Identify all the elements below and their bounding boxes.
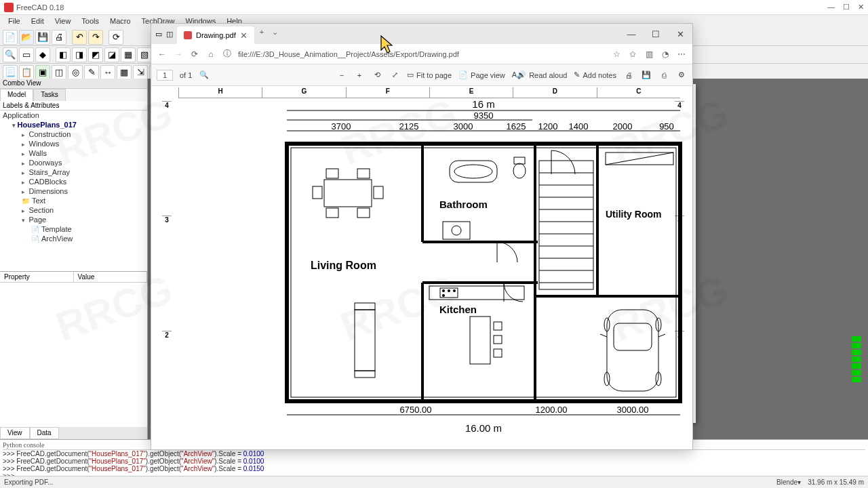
search-pdf-icon[interactable]: 🔍 [199,70,210,79]
tab-data[interactable]: Data [30,427,59,439]
svg-point-46 [453,289,456,292]
menu-view[interactable]: View [50,15,77,28]
read-aloud-button[interactable]: A🔊Read aloud [512,70,568,79]
menu-edit[interactable]: Edit [26,15,50,28]
export-icon[interactable]: ⇲ [133,65,148,80]
freecad-titlebar: FreeCAD 0.18 — ☐ ✕ [0,0,868,15]
url-field[interactable]: file:///E:/3D_House_Animation__Project/A… [238,50,606,58]
forward-icon[interactable]: → [173,49,184,59]
right-icon[interactable]: ◪ [104,47,119,62]
labels-header: Labels & Attributes [0,101,147,110]
model-tree[interactable]: Application HousePlans_017 Construction … [0,110,147,271]
tab-dropdown-icon[interactable]: ⌄ [269,24,281,44]
workbench-selector[interactable]: Blende▾ [776,479,801,486]
new-window-icon[interactable]: ◫ [166,30,173,39]
personal-tab-icon[interactable]: ▭ [155,30,162,39]
svg-rect-35 [355,371,375,378]
view-insert-icon[interactable]: ▣ [35,65,50,80]
fit-to-page-button[interactable]: ▭Fit to page [407,70,452,79]
draw-style-icon[interactable]: ◆ [35,47,50,62]
annotation-icon[interactable]: ✎ [84,65,99,80]
add-notes-button[interactable]: ✎Add notes [574,70,616,79]
expand-icon[interactable]: ⤢ [389,70,400,79]
menu-macro[interactable]: Macro [104,15,136,28]
edge-close-icon[interactable]: ✕ [668,24,692,44]
section-icon[interactable]: ◫ [52,65,66,80]
svg-point-47 [442,294,445,297]
tree-walls: Walls [0,148,147,158]
refresh-icon[interactable]: ⟳ [108,30,123,45]
tab-tasks[interactable]: Tasks [33,89,66,101]
tab-model[interactable]: Model [0,89,33,101]
tree-cadblocks: CADBlocks [0,177,147,186]
rotate-icon[interactable]: ⟲ [372,70,382,79]
refresh-icon[interactable]: ⟳ [189,49,200,59]
pdf-settings-icon[interactable]: ⚙ [676,70,687,79]
favorites-icon[interactable]: ✩ [627,49,638,59]
svg-text:2125: 2125 [399,121,419,131]
maximize-icon[interactable]: ☐ [843,3,850,12]
save-pdf-icon[interactable]: 💾 [641,70,652,79]
svg-rect-29 [326,208,338,218]
tab-close-icon[interactable]: ✕ [240,30,248,41]
close-icon[interactable]: ✕ [858,3,864,12]
menu-file[interactable]: File [3,15,26,28]
collections-icon[interactable]: ▥ [644,49,654,59]
svg-text:16.00 m: 16.00 m [465,422,502,434]
prop-col-value: Value [74,272,148,282]
front-icon[interactable]: ◨ [72,47,87,62]
redo-icon[interactable]: ↷ [88,30,103,45]
page-template-icon[interactable]: 📋 [19,65,34,80]
hatch-icon[interactable]: ▦ [117,65,132,80]
combo-view: Combo View Model Tasks Labels & Attribut… [0,79,148,439]
select-icon[interactable]: ▭ [19,47,34,62]
page-view-button[interactable]: 📄Page view [458,70,505,79]
menu-tools[interactable]: Tools [76,15,104,28]
svg-text:1200: 1200 [538,121,558,131]
svg-rect-14 [291,148,676,397]
iso-icon[interactable]: ◧ [56,47,71,62]
tree-app[interactable]: Application [0,110,147,120]
zoom-fit-icon[interactable]: 🔍 [3,47,18,62]
svg-text:2000: 2000 [613,121,633,131]
property-grid: Property Value [0,271,147,427]
svg-rect-51 [494,349,502,357]
save-as-icon[interactable]: ⎙ [658,71,669,79]
zoom-out-icon[interactable]: − [336,71,347,79]
save-icon[interactable]: 💾 [35,30,50,45]
print-pdf-icon[interactable]: 🖨 [623,71,634,79]
top-icon[interactable]: ◩ [88,47,103,62]
print-icon[interactable]: 🖨 [52,30,66,45]
tree-section: Section [0,205,147,215]
detail-icon[interactable]: ◎ [68,65,83,80]
undo-icon[interactable]: ↶ [72,30,87,45]
tab-title: Drawing.pdf [196,31,236,39]
menu-icon[interactable]: ⋯ [676,49,687,59]
floor-plan-drawing: 16 m 9350 3700 2125 3000 1625 1200 1400 … [158,86,687,449]
home-icon[interactable]: ⌂ [205,49,216,59]
back-icon[interactable]: ← [157,49,167,59]
minimize-icon[interactable]: — [827,3,835,12]
tab-view[interactable]: View [0,427,30,439]
back-icon[interactable]: ▦ [121,47,136,62]
svg-point-39 [513,163,526,178]
page-number-input[interactable]: 1 [157,70,173,81]
page-of: of 1 [180,71,192,79]
svg-rect-28 [357,169,370,178]
new-tab-icon[interactable]: + [254,24,269,44]
bottom-icon[interactable]: ▧ [137,47,152,62]
pdf-viewport[interactable]: HGF EDC 432 432 16 m 9350 3700 2 [151,86,692,449]
page-icon[interactable]: 📃 [3,65,18,80]
svg-text:950: 950 [659,121,674,131]
svg-text:9350: 9350 [474,110,494,121]
svg-text:3000.00: 3000.00 [617,405,649,415]
open-icon[interactable]: 📂 [19,30,34,45]
dimension-icon[interactable]: ↔ [100,65,115,80]
edge-minimize-icon[interactable]: — [619,24,644,44]
zoom-in-icon[interactable]: + [354,71,365,79]
browser-tab[interactable]: Drawing.pdf ✕ [177,26,254,44]
profile-icon[interactable]: ◔ [660,49,671,59]
new-doc-icon[interactable]: 📄 [3,30,18,45]
edge-maximize-icon[interactable]: ☐ [644,24,668,44]
star-icon[interactable]: ☆ [611,49,622,59]
